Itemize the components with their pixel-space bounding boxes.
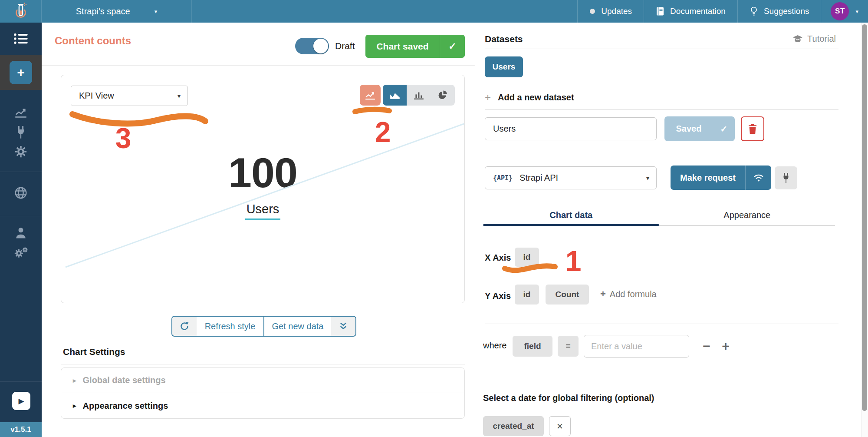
refresh-style-button[interactable]: Refresh style [197, 317, 264, 336]
dot-icon [589, 8, 595, 14]
tab-appearance[interactable]: Appearance [659, 210, 835, 224]
plus-icon: + [17, 65, 25, 80]
refresh-icon-button[interactable] [172, 317, 197, 336]
annotation-underline-2 [352, 106, 394, 117]
add-dataset-button[interactable]: + Add a new dataset [485, 91, 574, 103]
chart-saved-button[interactable]: Chart saved ✓ [365, 35, 465, 58]
sidebar-item-content-list[interactable] [0, 32, 42, 45]
panel-divider [485, 324, 838, 324]
flask-logo-icon [11, 1, 30, 21]
trash-icon [748, 124, 757, 134]
dataset-tab-label: Users [493, 62, 516, 72]
annotation-underline-3 [67, 108, 210, 129]
wifi-icon [745, 166, 771, 190]
saved-label: Saved [664, 116, 713, 141]
chevron-down-icon: ▾ [155, 8, 158, 15]
add-formula-button[interactable]: + Add formula [600, 288, 657, 300]
tab-chart-data[interactable]: Chart data [483, 210, 659, 224]
where-label: where [483, 341, 506, 351]
datasets-heading: Datasets [485, 34, 523, 44]
workspace-selector[interactable]: Strapi's space ▾ [42, 0, 192, 23]
add-chart-button[interactable]: + [10, 61, 32, 84]
y-axis-field-chip[interactable]: id [515, 285, 539, 305]
sidebar-item-settings[interactable] [0, 145, 42, 158]
where-field-chip[interactable]: field [513, 336, 552, 357]
line-chart-icon [14, 106, 28, 118]
remove-filter-button[interactable]: − [698, 338, 715, 355]
more-data-options-button[interactable] [331, 317, 355, 336]
tab-divider [659, 225, 835, 226]
chart-type-button-group [383, 85, 455, 106]
where-operator-chip[interactable]: = [558, 336, 579, 357]
saved-button[interactable]: Saved ✓ [664, 116, 735, 141]
graduation-cap-icon [792, 35, 803, 43]
sidebar-divider [0, 216, 42, 216]
panel-divider [485, 109, 838, 110]
get-new-data-button[interactable]: Get new data [264, 317, 331, 336]
settings-divider [61, 364, 465, 364]
where-value-input[interactable] [584, 335, 689, 358]
workspace-name: Strapi's space [76, 7, 130, 17]
delete-dataset-button[interactable] [741, 116, 764, 141]
x-axis-label: X Axis [485, 253, 511, 263]
suggestions-menu-item[interactable]: Suggestions [737, 0, 821, 23]
sidebar-item-charts[interactable] [0, 106, 42, 118]
api-source-select[interactable]: {API} Strapi API ▾ [485, 166, 657, 189]
add-filter-button[interactable]: + [717, 338, 734, 355]
plus-icon: + [485, 91, 491, 103]
collapse-sidebar-button[interactable]: ▶ [12, 392, 30, 410]
pie-chart-type-button[interactable] [431, 85, 455, 106]
chart-saved-label: Chart saved [365, 35, 440, 58]
dataset-tab-users[interactable]: Users [485, 56, 523, 77]
y-axis-label: Y Axis [485, 291, 511, 301]
sidebar-item-connectors[interactable] [0, 126, 42, 139]
caret-right-icon: ▸ [73, 402, 76, 410]
documentation-label: Documentation [670, 7, 726, 16]
chart-actions-group: Refresh style Get new data [171, 316, 356, 337]
sidebar-item-globe[interactable] [0, 186, 42, 200]
play-icon: ▶ [18, 397, 24, 406]
date-filter-chip[interactable]: created_at [483, 416, 544, 436]
plug-icon [15, 126, 27, 139]
area-chart-type-button[interactable] [383, 85, 407, 106]
page-title: Content counts [55, 35, 131, 47]
refresh-icon [179, 321, 190, 331]
appearance-settings-label: Appearance settings [83, 401, 168, 411]
dataset-name-input[interactable] [485, 117, 657, 140]
app-window: Strapi's space ▾ Updates Documentation [0, 0, 868, 437]
updates-label: Updates [601, 7, 632, 16]
sidebar-item-admin-settings[interactable] [0, 246, 42, 260]
topbar: Strapi's space ▾ Updates Documentation [0, 0, 868, 23]
check-icon: ✓ [440, 35, 465, 58]
api-source-value: Strapi API [519, 173, 639, 183]
sidebar-item-users[interactable] [0, 227, 42, 239]
bar-chart-type-button[interactable] [407, 85, 431, 106]
remove-date-filter-button[interactable]: ✕ [549, 416, 571, 436]
scrollbar-thumb[interactable] [862, 24, 867, 411]
x-axis-field-chip[interactable]: id [515, 248, 539, 267]
make-request-button[interactable]: Make request [671, 166, 771, 190]
tutorial-link[interactable]: Tutorial [792, 34, 836, 44]
appearance-settings-row[interactable]: ▸ Appearance settings [61, 393, 464, 418]
chart-view-select[interactable]: KPI View ▾ [71, 86, 188, 106]
global-date-settings-label: Global date settings [83, 375, 166, 385]
connection-button[interactable] [775, 166, 797, 189]
chart-editor-panel: Content counts Draft Chart saved ✓ KPI V… [42, 23, 475, 437]
draft-toggle[interactable] [295, 38, 329, 54]
sidebar: + [0, 23, 42, 437]
draft-toggle-label: Draft [335, 41, 355, 51]
date-filter-heading: Select a date for global filtering (opti… [483, 393, 654, 403]
updates-menu-item[interactable]: Updates [577, 0, 644, 23]
global-date-settings-row[interactable]: ▸ Global date settings [61, 368, 464, 393]
book-icon [656, 7, 664, 16]
scrollbar-track[interactable] [861, 23, 868, 437]
y-axis-aggregation-chip[interactable]: Count [546, 285, 589, 305]
suggestions-label: Suggestions [764, 7, 809, 16]
plug-icon [781, 173, 791, 183]
app-logo[interactable] [0, 0, 42, 23]
documentation-menu-item[interactable]: Documentation [644, 0, 737, 23]
line-chart-type-button[interactable] [360, 85, 381, 106]
user-menu[interactable]: ST ▾ [821, 0, 868, 23]
admin-gears-icon [13, 246, 28, 260]
panel-divider [485, 412, 838, 412]
